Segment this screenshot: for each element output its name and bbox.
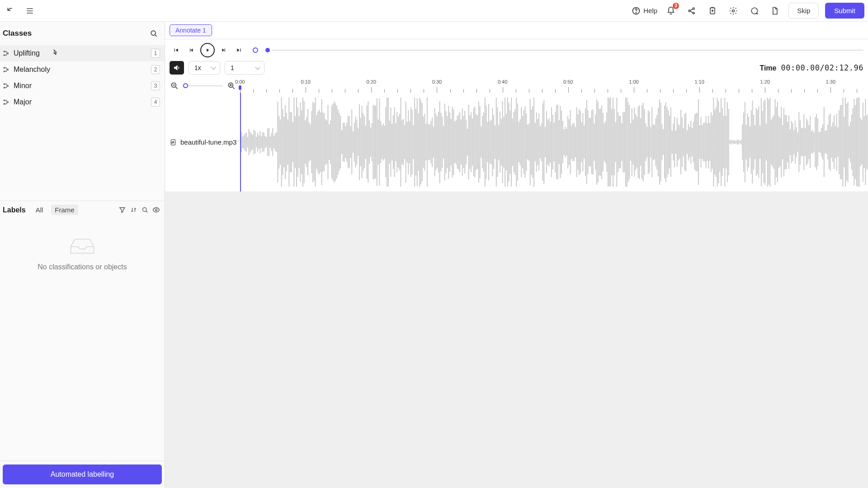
help-button[interactable]: Help (632, 6, 657, 15)
svg-point-19 (7, 102, 8, 103)
sidebar: Classes Uplifting 1 Melancholy 2 Minor 3… (0, 22, 165, 488)
zoom-out-icon[interactable] (170, 81, 179, 91)
class-row[interactable]: Melancholy 2 (0, 61, 165, 78)
comment-icon[interactable] (747, 4, 761, 18)
skip-button[interactable]: Skip (788, 3, 819, 19)
notification-badge: 3 (673, 3, 679, 9)
tick-label: 1:10 (694, 79, 704, 84)
topbar: Help 3 Skip Submit (0, 0, 868, 22)
svg-point-18 (4, 103, 5, 104)
svg-point-2 (689, 10, 690, 12)
automated-labelling-button[interactable]: Automated labelling (3, 465, 162, 484)
waveform-area: beautiful-tune.mp3 (165, 93, 868, 192)
annotate-tab[interactable]: Annotate 1 (170, 24, 212, 36)
filter-icon[interactable] (118, 206, 126, 214)
lower-empty-area (165, 192, 868, 488)
tick-label: 0:40 (498, 79, 507, 84)
submit-button[interactable]: Submit (825, 3, 864, 19)
svg-point-10 (7, 53, 8, 54)
svg-point-9 (4, 55, 5, 56)
back-icon[interactable] (4, 4, 18, 18)
svg-point-8 (4, 51, 5, 52)
search-classes-icon[interactable] (146, 26, 161, 41)
labels-header: Labels All Frame (0, 201, 165, 219)
svg-point-14 (4, 84, 5, 84)
class-name: Uplifting (14, 49, 151, 57)
next-icon[interactable] (217, 44, 230, 56)
svg-point-17 (4, 100, 5, 101)
class-name: Major (14, 98, 151, 106)
class-hotkey: 1 (151, 49, 160, 58)
svg-point-25 (172, 142, 173, 143)
play-icon[interactable] (200, 43, 215, 57)
transport-bar (165, 39, 868, 59)
document-icon[interactable] (768, 4, 782, 18)
tick-label: 1:30 (826, 79, 835, 84)
main: Annotate 1 1x 1 (165, 22, 868, 488)
classes-title: Classes (3, 29, 32, 38)
notifications-icon[interactable]: 3 (664, 4, 678, 18)
help-label: Help (643, 7, 657, 14)
prev-icon[interactable] (185, 44, 198, 56)
svg-point-15 (4, 87, 5, 88)
audio-file-icon (170, 139, 177, 146)
class-row[interactable]: Minor 3 (0, 78, 165, 94)
zoom-slider[interactable] (183, 85, 223, 86)
svg-point-7 (151, 31, 156, 35)
class-hotkey: 4 (151, 98, 160, 107)
tab-frame[interactable]: Frame (51, 205, 78, 215)
class-icon (3, 50, 10, 57)
share-icon[interactable] (684, 4, 699, 18)
labels-empty-text: No classifications or objects (38, 263, 127, 271)
svg-point-4 (693, 12, 694, 14)
svg-point-21 (155, 209, 157, 211)
time-label: Time (760, 64, 776, 72)
class-name: Minor (14, 82, 151, 90)
tick-label: 0:50 (563, 79, 573, 84)
svg-point-20 (143, 208, 147, 212)
clipboard-icon[interactable] (705, 4, 720, 18)
skip-start-icon[interactable] (170, 44, 182, 56)
settings-icon[interactable] (726, 4, 741, 18)
empty-inbox-icon (69, 237, 96, 255)
class-hotkey: 2 (151, 65, 160, 74)
track-filename: beautiful-tune.mp3 (180, 138, 236, 146)
tick-label: 1:20 (760, 79, 770, 84)
loop-indicator-icon[interactable] (253, 47, 258, 53)
tab-all[interactable]: All (32, 205, 47, 215)
labels-empty: No classifications or objects (0, 219, 165, 438)
skip-end-icon[interactable] (233, 44, 245, 56)
class-name: Melancholy (14, 66, 151, 74)
labels-title: Labels (3, 206, 26, 214)
class-hotkey: 3 (151, 81, 160, 90)
timeline-ruler[interactable]: 0:000:100:200:300:400:501:001:101:201:30 (240, 79, 863, 93)
controls-row: 1x 1 Time 00:00.00/02:12.96 (165, 59, 868, 78)
svg-point-1 (636, 12, 637, 13)
svg-point-3 (693, 8, 694, 9)
tick-label: 1:00 (629, 79, 638, 84)
class-icon (3, 99, 10, 106)
class-row[interactable]: Uplifting 1 (0, 45, 165, 61)
class-icon (3, 82, 10, 89)
speed-select[interactable]: 1x (189, 61, 220, 75)
time-value: 00:00.00/02:12.96 (781, 63, 864, 72)
tick-label: 0:10 (301, 79, 310, 84)
menu-icon[interactable] (23, 4, 37, 18)
volume-icon[interactable] (170, 61, 184, 75)
svg-point-6 (732, 9, 735, 12)
sort-icon[interactable] (130, 206, 137, 214)
svg-point-11 (4, 67, 5, 68)
seek-bar[interactable] (266, 48, 863, 52)
visibility-icon[interactable] (152, 206, 160, 214)
search-labels-icon[interactable] (141, 206, 149, 214)
class-icon (3, 66, 10, 73)
class-row[interactable]: Major 4 (0, 94, 165, 110)
tick-label: 0:30 (432, 79, 442, 84)
tick-label: 0:20 (367, 79, 376, 84)
svg-point-12 (4, 71, 5, 72)
waveform[interactable] (240, 93, 868, 192)
track-label: beautiful-tune.mp3 (165, 93, 240, 192)
class-list: Uplifting 1 Melancholy 2 Minor 3 Major 4 (0, 45, 165, 110)
channel-select[interactable]: 1 (225, 61, 264, 75)
tick-label: 0:00 (235, 79, 245, 84)
